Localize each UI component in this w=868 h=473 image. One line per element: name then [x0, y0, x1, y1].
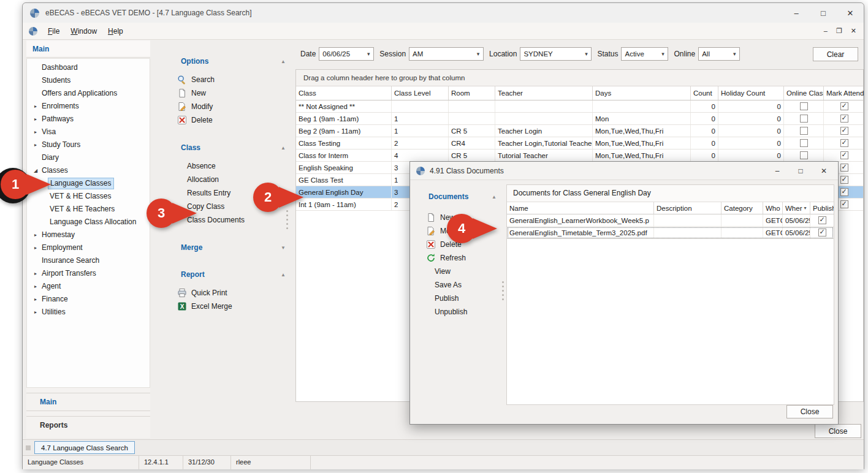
- online-class-checkbox[interactable]: [800, 151, 808, 159]
- expand-tree-icon[interactable]: ▸: [31, 129, 40, 135]
- minimize-icon[interactable]: –: [783, 4, 810, 22]
- mark-attend-checkbox[interactable]: [840, 188, 848, 196]
- class-row[interactable]: Beg 1 (9am -11am)1Mon00: [296, 113, 863, 125]
- expand-tree-icon[interactable]: ▸: [31, 104, 40, 109]
- class-row[interactable]: Class for Interm4CR 5Tutorial TeacherMon…: [296, 149, 863, 162]
- class-row[interactable]: Beg 2 (9am - 11am)1CR 5Teacher LoginMon,…: [296, 125, 863, 137]
- doc-column-header-wher[interactable]: Wher▾: [783, 202, 810, 214]
- class-row[interactable]: Class Testing2CR4Teacher Login,Tutorial …: [296, 137, 863, 149]
- date-select[interactable]: 06/06/25 ▾: [319, 47, 374, 61]
- column-header-class[interactable]: Class: [296, 86, 392, 100]
- expand-tree-icon[interactable]: ▸: [31, 142, 40, 148]
- sidebar-item-agent[interactable]: ▸Agent: [27, 280, 150, 293]
- sidebar-footer-reports[interactable]: Reports: [26, 416, 150, 434]
- action-new[interactable]: New: [150, 86, 295, 100]
- dialog-close-icon[interactable]: ✕: [812, 162, 836, 180]
- column-header-days[interactable]: Days: [593, 86, 691, 100]
- mark-attend-checkbox[interactable]: [840, 139, 848, 147]
- action-absence[interactable]: Absence: [150, 159, 295, 173]
- expand-tree-icon[interactable]: ▸: [31, 245, 40, 251]
- status-select[interactable]: Active ▾: [621, 47, 668, 61]
- expand-tree-icon[interactable]: ▸: [31, 284, 40, 289]
- doc-column-header-category[interactable]: Category: [721, 202, 763, 214]
- online-class-checkbox[interactable]: [800, 115, 808, 123]
- expand-tree-icon[interactable]: ▸: [31, 297, 40, 302]
- dialog-action-save-as[interactable]: Save As: [415, 278, 504, 292]
- mdi-minimize-icon[interactable]: –: [824, 27, 828, 35]
- section-header-report[interactable]: Report▲: [181, 268, 286, 281]
- online-class-checkbox[interactable]: [800, 127, 808, 135]
- document-row[interactable]: GeneralEnglish_Timetable_Term3_2025.pdfG…: [507, 227, 834, 239]
- expand-tree-icon[interactable]: ▸: [31, 116, 40, 122]
- doc-column-header-who[interactable]: Who: [763, 202, 783, 214]
- action-excel-merge[interactable]: XExcel Merge: [150, 300, 295, 313]
- class-row[interactable]: ** Not Assigned **00: [296, 100, 863, 113]
- dialog-close-button[interactable]: Close: [786, 405, 833, 418]
- splitter-handle[interactable]: [285, 210, 289, 229]
- mdi-close-icon[interactable]: ✕: [851, 27, 856, 35]
- column-header-holiday-count[interactable]: Holiday Count: [718, 86, 784, 100]
- expand-tree-icon[interactable]: ▸: [31, 271, 40, 276]
- sidebar-item-utilities[interactable]: ▸Utilities: [27, 306, 150, 319]
- mark-attend-checkbox[interactable]: [840, 127, 848, 135]
- sidebar-item-finance[interactable]: ▸Finance: [27, 293, 150, 306]
- section-header-class[interactable]: Class▲: [181, 142, 286, 154]
- mark-attend-checkbox[interactable]: [840, 102, 848, 110]
- location-select[interactable]: SYDNEY ▾: [520, 47, 592, 61]
- close-button[interactable]: Close: [815, 424, 861, 438]
- mark-attend-checkbox[interactable]: [840, 164, 848, 172]
- sidebar-item-study-tours[interactable]: ▸Study Tours: [27, 138, 150, 151]
- section-header-options[interactable]: Options▲: [181, 55, 286, 67]
- menu-item-window[interactable]: Window: [65, 25, 102, 38]
- document-row[interactable]: GeneralEnglish_LearnerWorkbook_Week5.pGE…: [507, 214, 834, 227]
- sidebar-item-homestay[interactable]: ▸Homestay: [27, 229, 150, 241]
- sidebar-item-airport-transfers[interactable]: ▸Airport Transfers: [27, 267, 150, 280]
- expand-tree-icon[interactable]: ▸: [31, 309, 40, 315]
- sidebar-item-vet-he-teachers[interactable]: VET & HE Teachers: [27, 203, 150, 216]
- action-delete[interactable]: Delete: [150, 113, 295, 127]
- mark-attend-checkbox[interactable]: [840, 151, 848, 159]
- sidebar-item-offers-and-applications[interactable]: Offers and Applications: [27, 87, 150, 100]
- sidebar-item-employment[interactable]: ▸Employment: [27, 241, 150, 254]
- mark-attend-checkbox[interactable]: [840, 115, 848, 123]
- dialog-action-view[interactable]: View: [415, 265, 504, 278]
- maximize-icon[interactable]: □: [810, 4, 837, 22]
- expand-tree-icon[interactable]: ▸: [31, 232, 40, 238]
- dialog-action-unpublish[interactable]: Unpublish: [415, 305, 504, 319]
- dialog-splitter-handle[interactable]: [501, 281, 505, 300]
- column-header-count[interactable]: Count: [691, 86, 718, 100]
- sidebar-item-dashboard[interactable]: Dashboard: [27, 61, 150, 74]
- section-header-documents[interactable]: Documents ▲: [428, 192, 497, 201]
- mark-attend-checkbox[interactable]: [840, 200, 848, 208]
- doc-column-header-name[interactable]: Name: [507, 202, 654, 214]
- sidebar-item-enrolments[interactable]: ▸Enrolments: [27, 100, 150, 113]
- section-header-merge[interactable]: Merge▼: [181, 241, 286, 254]
- dialog-action-refresh[interactable]: Refresh: [415, 251, 504, 265]
- doc-column-header-publish[interactable]: Publish: [810, 202, 834, 214]
- sidebar-item-visa[interactable]: ▸Visa: [27, 126, 150, 138]
- sidebar-item-diary[interactable]: Diary: [27, 151, 150, 164]
- sidebar-item-pathways[interactable]: ▸Pathways: [27, 113, 150, 126]
- column-header-teacher[interactable]: Teacher: [495, 86, 593, 100]
- action-quick-print[interactable]: Quick Print: [150, 286, 295, 300]
- mark-attend-checkbox[interactable]: [840, 176, 848, 184]
- online-class-checkbox[interactable]: [800, 139, 808, 147]
- clear-button[interactable]: Clear: [813, 47, 858, 61]
- sidebar-item-students[interactable]: Students: [27, 74, 150, 87]
- column-header-mark-attend[interactable]: Mark Attend: [824, 86, 864, 100]
- publish-checkbox[interactable]: [818, 216, 826, 224]
- sidebar-footer-main[interactable]: Main: [26, 393, 150, 411]
- collapse-tree-icon[interactable]: ◢: [31, 168, 40, 173]
- doc-column-header-description[interactable]: Description: [654, 202, 721, 214]
- online-select[interactable]: All ▾: [698, 47, 740, 61]
- menu-item-file[interactable]: File: [42, 25, 65, 38]
- menu-item-help[interactable]: Help: [102, 25, 129, 38]
- column-header-room[interactable]: Room: [449, 86, 495, 100]
- online-class-checkbox[interactable]: [800, 102, 808, 110]
- session-select[interactable]: AM ▾: [409, 47, 484, 61]
- action-modify[interactable]: Modify: [150, 100, 295, 113]
- dialog-maximize-icon[interactable]: □: [789, 162, 812, 180]
- dialog-action-publish[interactable]: Publish: [415, 292, 504, 305]
- close-icon[interactable]: ✕: [837, 4, 864, 22]
- dialog-minimize-icon[interactable]: –: [766, 162, 789, 180]
